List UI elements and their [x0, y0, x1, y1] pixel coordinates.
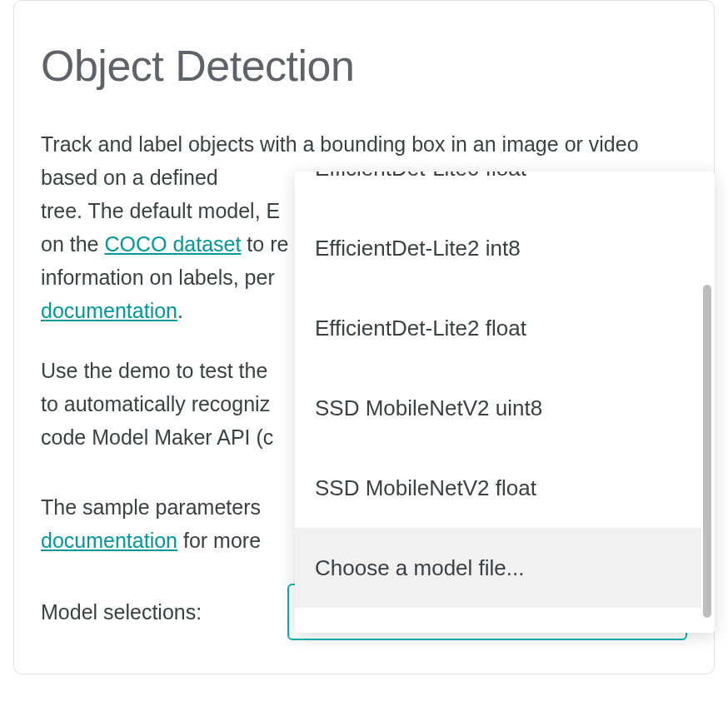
model-dropdown-panel: EfficientDet-Lite0 floatEfficientDet-Lit… [295, 172, 715, 633]
model-dropdown-list: EfficientDet-Lite0 floatEfficientDet-Lit… [295, 172, 701, 633]
text-fragment: The sample parameters [41, 495, 261, 519]
documentation-link[interactable]: documentation [41, 299, 177, 322]
documentation-link-2[interactable]: documentation [41, 529, 177, 552]
model-option-label: Choose a model file... [315, 555, 524, 581]
model-option-label: SSD MobileNetV2 uint8 [315, 395, 542, 421]
model-option-label: EfficientDet-Lite2 int8 [315, 236, 521, 261]
model-option-label: EfficientDet-Lite2 float [315, 316, 526, 341]
text-fragment: information on labels, per [41, 266, 275, 289]
model-option[interactable]: EfficientDet-Lite0 float [295, 172, 701, 208]
page-title: Object Detection [41, 41, 687, 91]
model-selection-label: Model selections: [41, 600, 287, 624]
model-option[interactable]: Choose a model file... [295, 528, 701, 608]
text-fragment: code Model Maker API (c [41, 425, 273, 449]
model-option[interactable]: SSD MobileNetV2 float [295, 448, 701, 528]
model-option-label: SSD MobileNetV2 float [315, 475, 536, 501]
model-option[interactable]: SSD MobileNetV2 uint8 [295, 368, 701, 448]
text-fragment: Use the demo to test the [41, 359, 267, 382]
text-fragment: tree. The default model, E [41, 199, 280, 222]
model-option-label: EfficientDet-Lite0 float [315, 172, 526, 181]
model-option[interactable]: EfficientDet-Lite2 int8 [295, 208, 701, 288]
text-fragment: . [177, 299, 183, 322]
text-fragment: to automatically recogniz [41, 392, 270, 415]
model-option[interactable]: EfficientDet-Lite2 float [295, 288, 701, 368]
scrollbar-thumb[interactable] [703, 285, 711, 618]
text-fragment: for more [177, 529, 261, 552]
coco-dataset-link[interactable]: COCO dataset [104, 232, 241, 256]
text-fragment: on the [41, 232, 104, 256]
text-fragment: to re [241, 232, 288, 256]
